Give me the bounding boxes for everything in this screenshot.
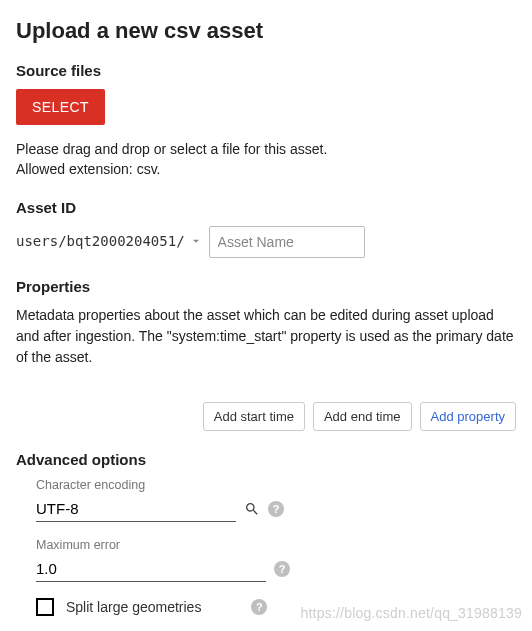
max-error-label: Maximum error bbox=[36, 538, 516, 552]
max-error-field: Maximum error ? bbox=[36, 538, 516, 582]
properties-heading: Properties bbox=[16, 278, 516, 295]
split-geometries-label: Split large geometries bbox=[66, 599, 201, 615]
advanced-options-section: Advanced options Character encoding ? Ma… bbox=[16, 451, 516, 631]
add-end-time-button[interactable]: Add end time bbox=[313, 402, 412, 431]
hint-line-1: Please drag and drop or select a file fo… bbox=[16, 139, 516, 159]
asset-name-input[interactable] bbox=[209, 226, 365, 258]
asset-path-text: users/bqt2000204051/ bbox=[16, 233, 185, 249]
advanced-heading: Advanced options bbox=[16, 451, 516, 468]
add-start-time-button[interactable]: Add start time bbox=[203, 402, 305, 431]
properties-section: Properties Metadata properties about the… bbox=[16, 278, 516, 431]
help-icon[interactable]: ? bbox=[274, 561, 290, 577]
properties-desc: Metadata properties about the asset whic… bbox=[16, 305, 516, 368]
chevron-down-icon bbox=[189, 234, 203, 248]
search-icon[interactable] bbox=[244, 501, 260, 517]
max-error-input[interactable] bbox=[36, 556, 266, 582]
help-icon[interactable]: ? bbox=[251, 599, 267, 615]
watermark: https://blog.csdn.net/qq_31988139 bbox=[301, 605, 522, 621]
char-encoding-input[interactable] bbox=[36, 496, 236, 522]
help-icon[interactable]: ? bbox=[268, 501, 284, 517]
asset-id-heading: Asset ID bbox=[16, 199, 516, 216]
character-encoding-field: Character encoding ? bbox=[36, 478, 516, 522]
asset-path-dropdown[interactable]: users/bqt2000204051/ bbox=[16, 233, 203, 251]
add-property-button[interactable]: Add property bbox=[420, 402, 516, 431]
split-geometries-checkbox[interactable] bbox=[36, 598, 54, 616]
source-files-section: Source files SELECT Please drag and drop… bbox=[16, 62, 516, 179]
select-button[interactable]: SELECT bbox=[16, 89, 105, 125]
page-title: Upload a new csv asset bbox=[16, 18, 516, 44]
source-hint: Please drag and drop or select a file fo… bbox=[16, 139, 516, 179]
char-encoding-label: Character encoding bbox=[36, 478, 516, 492]
asset-id-section: Asset ID users/bqt2000204051/ bbox=[16, 199, 516, 258]
hint-line-2: Allowed extension: csv. bbox=[16, 159, 516, 179]
source-files-heading: Source files bbox=[16, 62, 516, 79]
